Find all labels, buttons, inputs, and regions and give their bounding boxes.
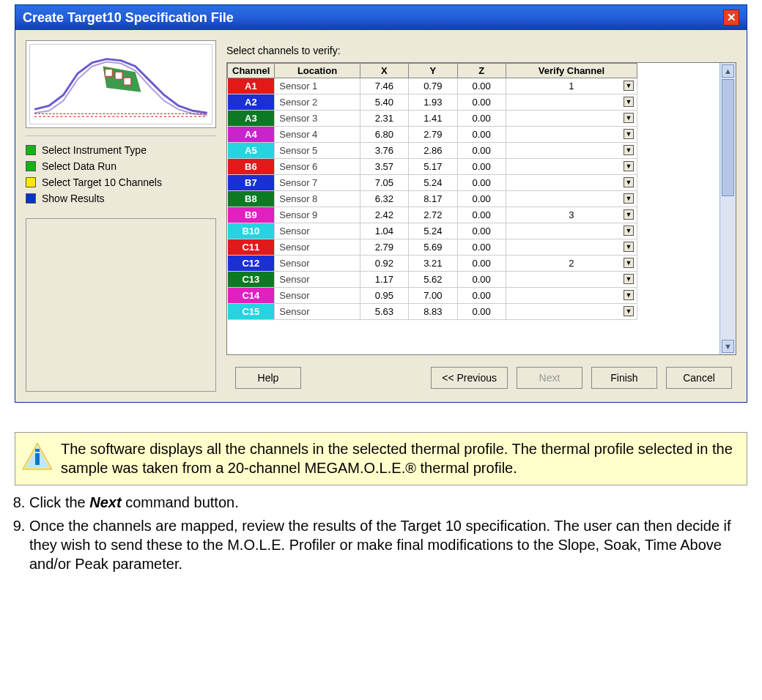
table-row: C12Sensor0.923.210.002▼ [228,256,637,272]
svg-rect-7 [35,453,40,465]
cancel-button[interactable]: Cancel [666,367,732,389]
cell-location: Sensor [275,304,360,320]
step-label: Show Results [42,193,105,204]
dropdown-arrow-icon[interactable]: ▼ [624,145,634,155]
step-select-instrument-type[interactable]: Select Instrument Type [26,142,216,158]
cell-location: Sensor [275,288,360,304]
cell-channel: C15 [228,304,275,320]
cell-z: 0.00 [457,207,506,223]
svg-rect-4 [124,78,131,85]
dropdown-arrow-icon[interactable]: ▼ [624,290,634,300]
table-row: A1Sensor 17.460.790.001▼ [228,78,637,94]
cell-x: 2.79 [360,239,408,256]
cell-verify-channel[interactable]: ▼ [506,191,637,207]
cell-verify-channel[interactable]: ▼ [506,288,637,304]
instruction-list: Click the Next command button. Once the … [29,493,747,573]
cell-channel: B8 [228,191,275,207]
channel-table-area: Channel Location X Y Z Verify Channel A1… [227,63,720,354]
info-note: The software displays all the channels i… [15,432,747,485]
cell-location: Sensor 9 [275,207,360,223]
dropdown-arrow-icon[interactable]: ▼ [624,129,634,139]
svg-rect-8 [35,449,40,452]
table-row: B6Sensor 63.575.170.00▼ [228,159,637,175]
profile-thumbnail [29,44,212,124]
cell-channel: B9 [228,207,275,223]
wizard-sidebar: Select Instrument Type Select Data Run S… [26,40,216,392]
cell-y: 8.17 [409,191,457,207]
wizard-button-bar: Help << Previous Next Finish Cancel [226,355,736,392]
cell-verify-channel[interactable]: 2▼ [506,256,637,272]
step-status-icon [26,161,36,171]
cell-z: 0.00 [457,127,506,143]
cell-x: 0.92 [360,256,408,272]
dropdown-arrow-icon[interactable]: ▼ [624,209,634,220]
col-channel: Channel [228,64,275,78]
cell-verify-channel[interactable]: ▼ [506,159,637,175]
wizard-window: Create Target10 Specification File ✕ [15,4,747,403]
cell-y: 5.24 [409,175,457,191]
dropdown-arrow-icon[interactable]: ▼ [624,274,634,284]
cell-channel: C12 [228,256,275,272]
dropdown-arrow-icon[interactable]: ▼ [624,113,634,123]
dropdown-arrow-icon[interactable]: ▼ [624,306,634,316]
cell-verify-channel[interactable]: 3▼ [506,207,637,223]
cell-verify-channel[interactable]: ▼ [506,94,637,111]
cell-location: Sensor [275,272,360,288]
svg-rect-2 [105,69,112,76]
cell-x: 7.46 [360,78,408,94]
cell-verify-channel[interactable]: ▼ [506,272,637,288]
scroll-thumb[interactable] [722,79,734,196]
dropdown-arrow-icon[interactable]: ▼ [624,242,634,252]
cell-verify-channel[interactable]: ▼ [506,304,637,320]
channel-table-container: Channel Location X Y Z Verify Channel A1… [226,62,736,355]
cell-channel: C14 [228,288,275,304]
prompt-label: Select channels to verify: [226,45,736,56]
cell-y: 2.86 [409,143,457,159]
wizard-steps: Select Instrument Type Select Data Run S… [26,135,216,206]
table-row: B9Sensor 92.422.720.003▼ [228,207,637,223]
dropdown-arrow-icon[interactable]: ▼ [624,258,634,268]
step-show-results[interactable]: Show Results [26,190,216,206]
channel-table: Channel Location X Y Z Verify Channel A1… [227,63,637,320]
cell-verify-channel[interactable]: ▼ [506,143,637,159]
cell-verify-channel[interactable]: ▼ [506,175,637,191]
vertical-scrollbar[interactable]: ▲ ▼ [720,63,736,354]
dropdown-arrow-icon[interactable]: ▼ [624,226,634,236]
dropdown-arrow-icon[interactable]: ▼ [624,161,634,171]
cell-x: 0.95 [360,288,408,304]
dropdown-arrow-icon[interactable]: ▼ [624,177,634,187]
cell-x: 2.42 [360,207,408,223]
cell-z: 0.00 [457,223,506,239]
cell-verify-channel[interactable]: ▼ [506,127,637,143]
table-row: C15Sensor5.638.830.00▼ [228,304,637,320]
client-area: Select Instrument Type Select Data Run S… [15,30,747,402]
cell-y: 3.21 [409,256,457,272]
scroll-up-arrow-icon[interactable]: ▲ [722,64,734,78]
dropdown-arrow-icon[interactable]: ▼ [624,193,634,204]
cell-verify-channel[interactable]: ▼ [506,111,637,127]
finish-button[interactable]: Finish [591,367,657,389]
col-y: Y [409,64,457,78]
step-select-target10-channels[interactable]: Select Target 10 Channels [26,174,216,190]
cell-z: 0.00 [457,159,506,175]
cell-verify-channel[interactable]: 1▼ [506,78,637,94]
table-row: B7Sensor 77.055.240.00▼ [228,175,637,191]
cell-z: 0.00 [457,94,506,111]
cell-x: 7.05 [360,175,408,191]
cell-verify-channel[interactable]: ▼ [506,239,637,256]
cell-location: Sensor [275,256,360,272]
close-button[interactable]: ✕ [723,10,739,26]
dropdown-arrow-icon[interactable]: ▼ [624,81,634,91]
previous-button[interactable]: << Previous [431,367,508,389]
scroll-down-arrow-icon[interactable]: ▼ [722,340,734,353]
cell-verify-channel[interactable]: ▼ [506,223,637,239]
col-location: Location [275,64,360,78]
step-select-data-run[interactable]: Select Data Run [26,158,216,174]
info-note-text: The software displays all the channels i… [61,440,738,477]
dropdown-arrow-icon[interactable]: ▼ [624,97,634,107]
cell-z: 0.00 [457,78,506,94]
cell-z: 0.00 [457,288,506,304]
cell-z: 0.00 [457,111,506,127]
help-button[interactable]: Help [235,367,301,389]
verify-value: 2 [569,258,574,269]
